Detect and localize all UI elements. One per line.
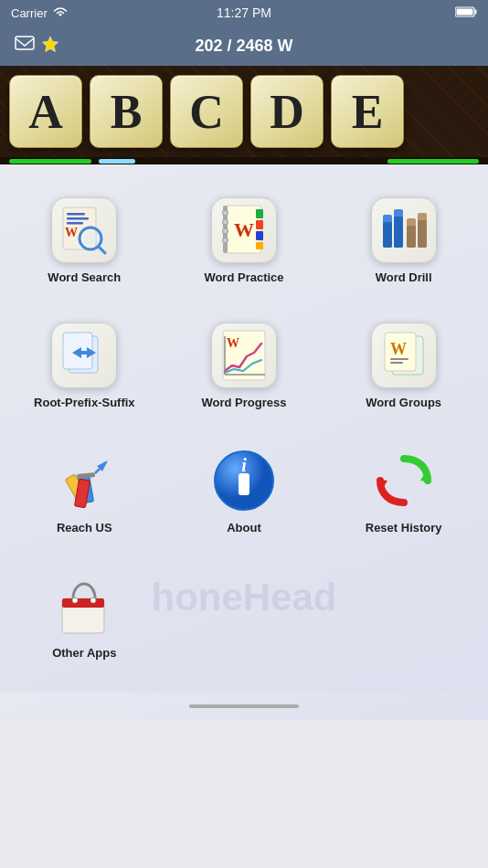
svg-rect-44 <box>390 362 403 364</box>
svg-rect-20 <box>256 220 263 229</box>
tile-a[interactable]: A <box>9 75 82 148</box>
svg-text:W: W <box>390 340 407 358</box>
word-progress-label: Word Progress <box>202 396 287 409</box>
svg-marker-4 <box>43 37 58 52</box>
word-search-icon-img: W <box>51 197 117 263</box>
other-apps-item[interactable]: Other Apps <box>9 558 160 674</box>
svg-rect-29 <box>407 226 416 248</box>
home-indicator <box>189 704 299 708</box>
svg-point-18 <box>222 238 228 243</box>
reach-us-item[interactable]: Reach US <box>9 433 160 549</box>
tile-row: A B C D E <box>0 75 413 148</box>
svg-point-17 <box>222 228 228 234</box>
tiles-strip: A B C D E <box>0 66 488 157</box>
root-prefix-suffix-label: Root-Prefix-Suffix <box>34 396 135 409</box>
svg-text:i: i <box>241 455 247 475</box>
progress-strip <box>0 157 488 164</box>
word-search-item[interactable]: W Word Search <box>9 183 160 299</box>
word-groups-icon-img: W <box>371 323 437 388</box>
bottom-indicator <box>0 693 488 720</box>
word-practice-icon-img: W <box>211 197 277 263</box>
root-prefix-icon-img <box>51 323 117 388</box>
mail-icon[interactable] <box>15 36 35 56</box>
svg-text:W: W <box>227 336 239 350</box>
tile-e[interactable]: E <box>331 75 404 148</box>
other-apps-label: Other Apps <box>52 646 116 660</box>
svg-rect-27 <box>394 217 403 248</box>
word-search-label: Word Search <box>48 270 121 284</box>
about-label: About <box>227 521 261 535</box>
svg-point-16 <box>222 219 228 225</box>
svg-text:W: W <box>234 218 254 241</box>
progress-bar-2 <box>99 159 135 164</box>
main-content: honeHead W Word <box>0 164 488 693</box>
svg-rect-54 <box>239 473 249 479</box>
svg-rect-3 <box>16 37 34 49</box>
word-groups-item[interactable]: W Word Groups <box>328 308 479 424</box>
svg-rect-48 <box>77 472 95 479</box>
star-icon[interactable] <box>42 36 58 56</box>
svg-rect-43 <box>390 358 408 360</box>
svg-rect-31 <box>418 220 427 248</box>
svg-line-50 <box>95 462 106 473</box>
header-title: 202 / 2468 W <box>195 37 292 56</box>
svg-rect-6 <box>67 213 85 216</box>
about-icon-img: i <box>211 448 277 513</box>
svg-rect-58 <box>62 598 104 608</box>
svg-rect-19 <box>256 209 263 218</box>
word-groups-label: Word Groups <box>366 396 441 409</box>
svg-rect-25 <box>383 222 392 248</box>
other-apps-icon-img <box>51 573 117 639</box>
svg-rect-2 <box>457 8 473 15</box>
status-time: 11:27 PM <box>217 5 271 20</box>
svg-rect-22 <box>256 242 263 249</box>
svg-point-59 <box>72 598 78 603</box>
header-icons <box>15 36 58 56</box>
svg-line-11 <box>99 247 105 253</box>
word-practice-item[interactable]: W Word Practice <box>169 183 320 299</box>
svg-rect-7 <box>67 217 89 220</box>
word-drill-label: Word Drill <box>376 270 432 284</box>
svg-point-12 <box>84 232 97 245</box>
word-practice-label: Word Practice <box>204 270 283 284</box>
reset-history-icon-img <box>371 448 437 513</box>
header: 202 / 2468 W <box>0 26 488 66</box>
tile-c[interactable]: C <box>170 75 243 148</box>
status-bar: Carrier 11:27 PM <box>0 0 488 26</box>
status-right <box>455 6 477 20</box>
reach-us-icon-img <box>51 448 117 513</box>
icon-grid: W Word Search <box>9 183 479 674</box>
svg-point-60 <box>90 598 96 603</box>
about-item[interactable]: i About <box>169 433 320 549</box>
tile-d[interactable]: D <box>250 75 324 148</box>
word-drill-item[interactable]: Word Drill <box>328 183 479 299</box>
word-drill-icon-img <box>371 197 437 263</box>
reach-us-label: Reach US <box>57 521 112 535</box>
battery-icon <box>455 6 477 20</box>
progress-bar-3 <box>387 159 479 164</box>
reset-history-label: Reset History <box>366 521 442 535</box>
wifi-icon <box>53 6 68 20</box>
svg-rect-21 <box>256 231 263 240</box>
reset-history-item[interactable]: Reset History <box>328 433 479 549</box>
tile-b[interactable]: B <box>90 75 163 148</box>
progress-bar-1 <box>9 159 91 164</box>
svg-text:W: W <box>65 226 78 239</box>
status-left: Carrier <box>11 6 68 20</box>
carrier-label: Carrier <box>11 6 48 20</box>
svg-point-15 <box>222 210 228 216</box>
svg-rect-8 <box>67 222 83 225</box>
word-progress-item[interactable]: W Word Progress <box>169 308 320 424</box>
word-progress-icon-img: W <box>211 323 277 388</box>
svg-rect-1 <box>475 9 477 14</box>
root-prefix-suffix-item[interactable]: Root-Prefix-Suffix <box>9 308 160 424</box>
